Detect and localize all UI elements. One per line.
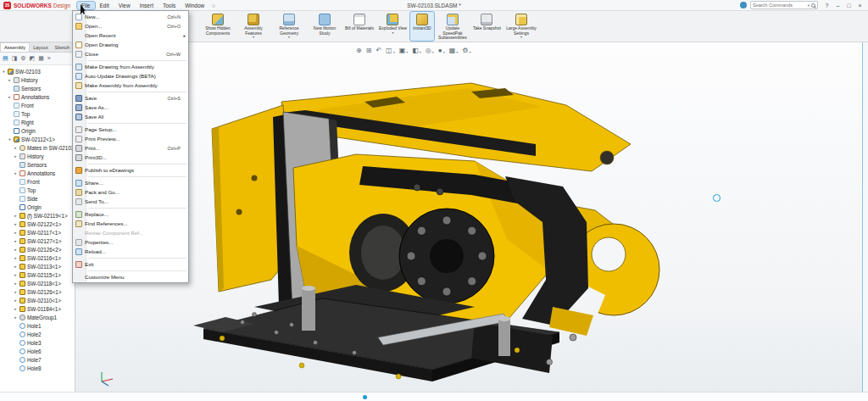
maximize-button[interactable]: □ bbox=[843, 3, 854, 8]
tree-item[interactable]: ▸ SW-02110<1> bbox=[0, 296, 75, 304]
tree-item[interactable]: Side bbox=[0, 194, 75, 203]
tree-expand-icon[interactable]: ▸ bbox=[14, 307, 18, 311]
file-menu-item[interactable]: Properties... bbox=[73, 237, 188, 247]
tree-expand-icon[interactable]: ▸ bbox=[14, 248, 18, 252]
tree-item[interactable]: ▸ MateGroup1 bbox=[0, 313, 75, 321]
task-pane-strip[interactable] bbox=[862, 42, 868, 392]
search-commands-input[interactable] bbox=[753, 3, 806, 8]
tree-expand-icon[interactable]: ▸ bbox=[14, 281, 18, 286]
file-menu-item[interactable]: Make Drawing from Assembly bbox=[73, 62, 188, 71]
commandmanager-tab[interactable]: Assembly bbox=[0, 42, 30, 52]
search-caret-icon[interactable]: ▾ bbox=[808, 3, 810, 8]
file-menu-item[interactable]: Open... Ctrl+O bbox=[73, 21, 188, 31]
tree-item[interactable]: Hole7 bbox=[0, 355, 75, 364]
tree-expand-icon[interactable]: ▸ bbox=[14, 154, 18, 159]
tree-item[interactable]: ▸ Annotations bbox=[0, 169, 75, 177]
file-menu-item[interactable]: Make Assembly from Assembly bbox=[73, 81, 188, 90]
show-hidden-components-button[interactable]: Show Hidden Components bbox=[201, 12, 235, 41]
commandmanager-tab[interactable]: Sketch bbox=[52, 42, 74, 52]
new-motion-study-button[interactable]: New Motion Study bbox=[308, 12, 342, 41]
reference-geometry-button[interactable]: Reference Geometry bbox=[272, 12, 306, 41]
display-style-icon[interactable]: ◧ bbox=[412, 47, 421, 54]
menubar-item[interactable]: File bbox=[77, 2, 94, 9]
file-menu-item[interactable]: Customize Menu bbox=[73, 272, 188, 281]
file-menu-item[interactable]: Save All bbox=[73, 112, 188, 121]
file-menu-item[interactable]: Pack and Go... bbox=[73, 187, 188, 197]
help-button[interactable]: ? bbox=[821, 3, 832, 8]
tree-item[interactable]: ▸ SW-02115<1> bbox=[0, 270, 75, 279]
tree-expand-icon[interactable]: ▸ bbox=[14, 315, 18, 320]
tree-item[interactable]: Right bbox=[0, 118, 75, 126]
edit-appearance-icon[interactable]: ● bbox=[438, 47, 445, 54]
tree-item[interactable]: ▾ SW-02112<1> bbox=[0, 135, 75, 143]
file-menu-item[interactable]: Save As... bbox=[73, 103, 188, 112]
tree-expand-icon[interactable]: ▸ bbox=[14, 239, 18, 243]
tree-item[interactable]: Hole2 bbox=[0, 330, 75, 338]
tree-item[interactable]: ▸ SW-02122<1> bbox=[0, 220, 75, 228]
file-menu-item[interactable]: Print Preview... bbox=[73, 134, 188, 143]
menubar-item[interactable]: Tools bbox=[159, 2, 180, 9]
tree-item[interactable]: Top bbox=[0, 109, 75, 118]
tree-item[interactable]: ▾ SW-02103 bbox=[0, 67, 75, 75]
graphics-area[interactable]: ⊕⊞↶◫▣◧◎●▦⚙ bbox=[76, 42, 862, 392]
tree-item[interactable]: Hole8 bbox=[0, 364, 75, 372]
tree-item[interactable]: Sensors bbox=[0, 160, 75, 169]
menubar-item[interactable]: Window bbox=[181, 2, 209, 9]
take-snapshot-button[interactable]: Take Snapshot bbox=[471, 12, 503, 41]
file-menu-item[interactable]: Open Recent bbox=[73, 31, 188, 40]
displaymanager-tab-icon[interactable]: ▦ bbox=[38, 55, 44, 62]
assembly-features-button[interactable]: Assembly Features bbox=[236, 12, 270, 41]
propertymanager-tab-icon[interactable]: ◨ bbox=[12, 55, 18, 62]
tree-item[interactable]: Hole3 bbox=[0, 338, 75, 347]
tree-expand-icon[interactable]: ▾ bbox=[2, 70, 6, 74]
tree-item[interactable]: Front bbox=[0, 101, 75, 109]
instant3d-button[interactable]: Instant3D bbox=[410, 12, 434, 41]
tree-expand-icon[interactable]: ▸ bbox=[14, 222, 18, 226]
tree-expand-icon[interactable]: ▸ bbox=[14, 273, 18, 277]
close-button[interactable]: × bbox=[854, 3, 865, 8]
file-menu-item[interactable]: Revise Component Ref... bbox=[73, 228, 188, 237]
file-menu-item[interactable]: Reload... bbox=[73, 247, 188, 256]
zoom-fit-icon[interactable]: ⊕ bbox=[356, 47, 362, 54]
configurationmanager-tab-icon[interactable]: ⚙ bbox=[20, 55, 25, 62]
tree-item[interactable]: Front bbox=[0, 177, 75, 186]
file-menu-item[interactable]: Print... Ctrl+P bbox=[73, 143, 188, 153]
tree-expand-icon[interactable]: ▸ bbox=[8, 78, 12, 82]
file-menu-item[interactable]: Print3D... bbox=[73, 153, 188, 162]
assembly-3d-model[interactable] bbox=[76, 42, 862, 392]
tree-expand-icon[interactable]: ▸ bbox=[14, 214, 18, 218]
tree-item[interactable]: ▸ Annotations bbox=[0, 92, 75, 101]
apply-scene-icon[interactable]: ▦ bbox=[449, 47, 459, 54]
menubar-item[interactable]: View bbox=[114, 2, 135, 9]
tree-item[interactable]: ▸ SW-01184<1> bbox=[0, 304, 75, 313]
tree-expand-icon[interactable]: ▸ bbox=[14, 256, 18, 260]
tree-item[interactable]: ▸ SW-02118<1> bbox=[0, 279, 75, 287]
exploded-view-button[interactable]: Exploded View bbox=[377, 12, 409, 41]
section-view-icon[interactable]: ◫ bbox=[386, 47, 395, 54]
bill-of-materials-button[interactable]: Bill of Materials bbox=[343, 12, 376, 41]
file-menu-item[interactable]: Replace... bbox=[73, 209, 188, 219]
tree-item[interactable]: ▸ History bbox=[0, 75, 75, 84]
search-icon[interactable] bbox=[811, 3, 815, 8]
tree-expand-icon[interactable]: ▸ bbox=[14, 290, 18, 294]
menubar-item[interactable]: Edit bbox=[96, 2, 114, 9]
hide-show-items-icon[interactable]: ◎ bbox=[426, 47, 434, 54]
file-menu-item[interactable]: Auto-Update Drawings (BETA) bbox=[73, 71, 188, 81]
tree-expand-icon[interactable]: ▸ bbox=[8, 95, 12, 99]
menubar-item[interactable]: Insert bbox=[136, 2, 158, 9]
tree-item[interactable]: ▸ History bbox=[0, 152, 75, 160]
file-menu-item[interactable]: Find References... bbox=[73, 219, 188, 228]
update-speedpak-button[interactable]: Update SpeedPak Subassemblies bbox=[436, 12, 470, 41]
tree-item[interactable]: Origin bbox=[0, 203, 75, 211]
view-orientation-icon[interactable]: ▣ bbox=[399, 47, 409, 54]
tree-item[interactable]: ▸ SW-02113<1> bbox=[0, 262, 75, 270]
featuremanager-tab-icon[interactable]: ▤ bbox=[3, 55, 8, 62]
commandmanager-tab[interactable]: Layout bbox=[30, 42, 51, 52]
tree-item[interactable]: ▸ Mates in SW-02103 bbox=[0, 143, 75, 152]
file-menu-item[interactable]: New... Ctrl+N bbox=[73, 12, 188, 21]
file-menu-item[interactable]: Send To... bbox=[73, 197, 188, 206]
view-settings-icon[interactable]: ⚙ bbox=[462, 47, 470, 54]
tree-item[interactable]: Hole6 bbox=[0, 347, 75, 355]
tree-expand-icon[interactable]: ▸ bbox=[14, 265, 18, 269]
file-menu-item[interactable]: Publish to eDrawings bbox=[73, 165, 188, 175]
